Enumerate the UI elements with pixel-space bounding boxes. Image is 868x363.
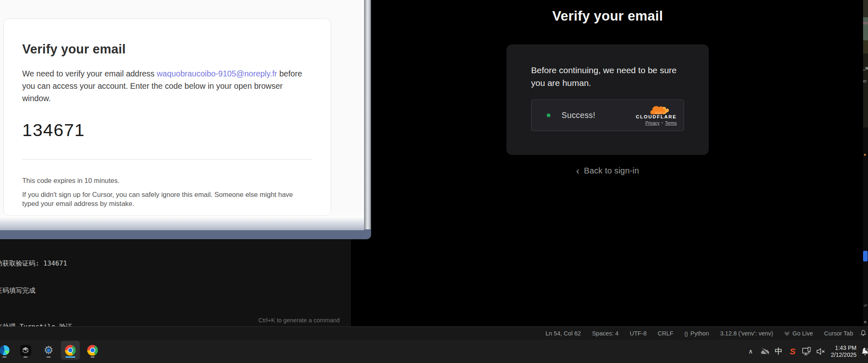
terminal-line: 功获取验证码: 134671 bbox=[0, 259, 84, 268]
chevron-left-icon: ‹ bbox=[576, 167, 579, 175]
notifications-bell-icon[interactable] bbox=[860, 330, 867, 337]
tray-onedrive-button[interactable] bbox=[758, 343, 772, 360]
indentation-status[interactable]: Spaces: 4 bbox=[592, 330, 619, 337]
tray-ime-button[interactable]: 中 bbox=[772, 343, 786, 360]
human-check-prompt: Before continuing, we need to be sure yo… bbox=[531, 64, 684, 89]
braces-icon: {} bbox=[685, 331, 688, 337]
broadcast-icon bbox=[784, 331, 790, 336]
cloudflare-turnstile-widget[interactable]: Success! CLOUDFLARE Privacy•Terms bbox=[531, 99, 684, 131]
tray-sogou-button[interactable]: S bbox=[786, 343, 800, 360]
cursor-tab-status[interactable]: Cursor Tab bbox=[824, 330, 853, 337]
cloudflare-cloud-icon bbox=[650, 105, 669, 115]
go-live-button[interactable]: Go Live bbox=[784, 330, 813, 337]
gear-center-dot bbox=[47, 349, 50, 352]
sliver-code-band: _w er bbox=[863, 53, 868, 127]
cloudflare-brand-block: CLOUDFLARE Privacy•Terms bbox=[636, 105, 677, 125]
email-body-before: We need to verify your email address bbox=[22, 69, 157, 78]
running-indicator bbox=[46, 356, 51, 358]
sliver-code-band bbox=[863, 40, 868, 53]
email-disclaimer: If you didn't sign up for Cursor, you ca… bbox=[22, 190, 307, 208]
sliver-orange-dot bbox=[864, 154, 866, 156]
email-window-scrollbar[interactable] bbox=[364, 0, 371, 229]
taskbar-clock[interactable]: 1:43 PM 2/12/2025 bbox=[831, 345, 856, 358]
svg-text:z: z bbox=[866, 348, 868, 351]
turnstile-status: Success! bbox=[562, 111, 595, 120]
cursor-position-status[interactable]: Ln 54, Col 62 bbox=[545, 330, 581, 337]
taskbar-cursor-app-button[interactable] bbox=[16, 341, 35, 360]
chevron-up-icon: ∧ bbox=[748, 348, 753, 355]
terminal-line: 证码填写完成 bbox=[0, 286, 84, 295]
clock-date: 2/12/2025 bbox=[831, 351, 856, 358]
sliver-return-glyph: ⏎ bbox=[863, 303, 867, 308]
running-indicator bbox=[2, 356, 7, 358]
verify-page-title: Verify your email bbox=[506, 8, 709, 24]
ime-chinese-icon: 中 bbox=[775, 346, 782, 357]
edge-browser-icon bbox=[0, 345, 9, 355]
terms-link[interactable]: Terms bbox=[665, 120, 677, 125]
desktop-screen: Verify your email We need to verify your… bbox=[0, 0, 868, 363]
sogou-s-icon: S bbox=[790, 347, 796, 356]
email-preview-window: Verify your email We need to verify your… bbox=[0, 0, 371, 239]
sliver-code-band bbox=[863, 0, 868, 17]
ide-status-bar: Ln 54, Col 62 Spaces: 4 UTF-8 CRLF {}Pyt… bbox=[0, 326, 868, 340]
clock-time: 1:43 PM bbox=[831, 345, 856, 351]
speaker-muted-icon bbox=[816, 347, 826, 356]
system-tray: ∧ 中 S 1:43 PM 2/12/2025 z bbox=[744, 340, 868, 363]
cloud-offline-icon bbox=[760, 347, 770, 356]
email-body-text: We need to verify your email address waq… bbox=[22, 67, 312, 104]
settings-gear-icon: ⚙ bbox=[42, 344, 55, 356]
email-content-area: Verify your email We need to verify your… bbox=[0, 0, 364, 230]
verify-card: Before continuing, we need to be sure yo… bbox=[506, 44, 709, 155]
email-divider bbox=[22, 159, 313, 160]
python-interpreter-status[interactable]: 3.12.8 ('venv': venv) bbox=[720, 330, 773, 337]
terminal-ctrlk-hint: Ctrl+K to generate a command bbox=[258, 317, 340, 324]
running-indicator bbox=[23, 356, 28, 358]
eol-status[interactable]: CRLF bbox=[658, 330, 673, 337]
notification-bell-zz-icon: z bbox=[861, 347, 868, 356]
back-to-signin-label: Back to sign-in bbox=[584, 166, 639, 176]
background-window-sliver: co _w er ⏎ ✕ bbox=[863, 0, 868, 326]
chrome-browser-icon bbox=[65, 345, 76, 356]
status-bar-items: Ln 54, Col 62 Spaces: 4 UTF-8 CRLF {}Pyt… bbox=[545, 330, 853, 337]
email-title: Verify your email bbox=[22, 42, 312, 57]
tray-volume-button[interactable] bbox=[814, 343, 828, 360]
sliver-blue-badge bbox=[863, 251, 868, 261]
terminal-output: 功获取验证码: 134671 证码填写完成 在处理 Turnstile 验证..… bbox=[0, 241, 84, 326]
tray-show-hidden-icons[interactable]: ∧ bbox=[744, 343, 758, 360]
email-card: Verify your email We need to verify your… bbox=[3, 18, 331, 216]
sliver-close-glyph: ✕ bbox=[863, 320, 867, 324]
language-mode-status[interactable]: {}Python bbox=[685, 330, 709, 337]
privacy-link[interactable]: Privacy bbox=[645, 120, 659, 125]
taskbar-settings-button[interactable]: ⚙ bbox=[39, 341, 58, 360]
code-expiry-note: This code expires in 10 minutes. bbox=[22, 177, 312, 185]
go-live-label: Go Live bbox=[792, 330, 813, 337]
terminal-pane[interactable]: 功获取验证码: 134671 证码填写完成 在处理 Turnstile 验证..… bbox=[0, 240, 351, 326]
taskbar-chrome-active-button[interactable] bbox=[61, 341, 80, 360]
verification-code: 134671 bbox=[22, 120, 312, 140]
cloudflare-wordmark: CLOUDFLARE bbox=[636, 114, 677, 119]
chrome-browser-icon bbox=[87, 345, 98, 356]
back-to-signin-link[interactable]: ‹ Back to sign-in bbox=[506, 166, 709, 176]
cast-display-icon bbox=[802, 347, 812, 356]
sliver-text-fragment: co bbox=[863, 21, 868, 25]
terminal-line: 在处理 Turnstile 验证... bbox=[0, 322, 84, 326]
taskbar-edge-button[interactable] bbox=[0, 341, 14, 360]
windows-taskbar: ⚙ ∧ 中 S 1:43 P bbox=[0, 340, 868, 363]
taskbar-chrome-button[interactable] bbox=[83, 341, 102, 360]
tray-notifications-button[interactable]: z bbox=[861, 343, 868, 360]
active-running-indicator bbox=[65, 356, 75, 358]
sliver-text-fragment: er bbox=[863, 79, 867, 83]
tray-cast-button[interactable] bbox=[800, 343, 814, 360]
language-label: Python bbox=[690, 330, 709, 337]
email-address-link[interactable]: waquobraucoibo-9105@noreply.fr bbox=[157, 69, 277, 78]
running-indicator bbox=[91, 356, 95, 358]
links-separator: • bbox=[661, 121, 663, 125]
cursor-app-icon bbox=[20, 345, 31, 356]
success-dot-icon bbox=[547, 113, 550, 117]
sliver-text-fragment: _w bbox=[863, 66, 868, 70]
sliver-selection-band: co bbox=[863, 17, 868, 40]
turnstile-legal-links: Privacy•Terms bbox=[645, 120, 677, 125]
encoding-status[interactable]: UTF-8 bbox=[630, 330, 647, 337]
